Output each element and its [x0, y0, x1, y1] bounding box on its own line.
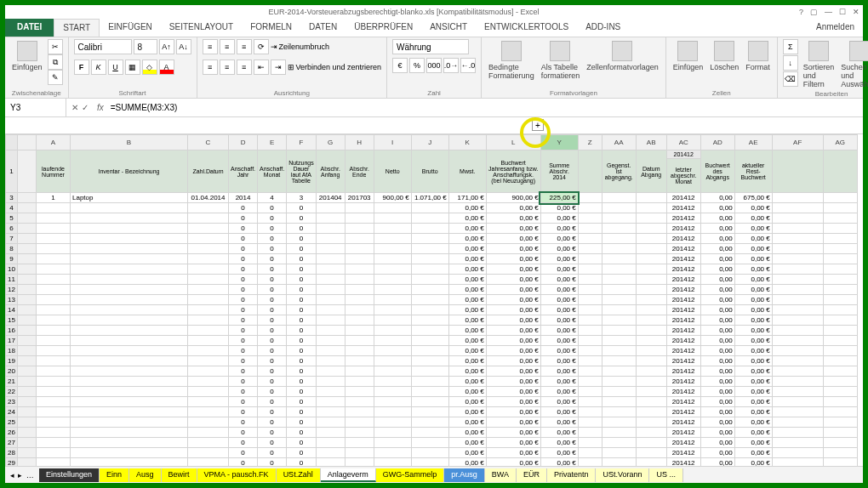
cell[interactable]: [823, 387, 857, 397]
cell[interactable]: 225,00 €: [540, 193, 578, 203]
cell[interactable]: 0: [229, 438, 258, 448]
cell[interactable]: 201412: [666, 397, 700, 407]
cell[interactable]: [345, 417, 374, 428]
cell[interactable]: [71, 448, 188, 458]
cell[interactable]: 201412: [666, 193, 700, 203]
cell[interactable]: 3: [287, 193, 317, 203]
cell[interactable]: [71, 244, 188, 254]
cell[interactable]: 0,00 €: [540, 448, 578, 458]
cell[interactable]: [374, 285, 411, 295]
row-header[interactable]: [18, 417, 37, 428]
cell[interactable]: [374, 234, 411, 244]
cell[interactable]: 0: [229, 254, 258, 264]
cell[interactable]: [636, 448, 666, 458]
cell[interactable]: [602, 295, 636, 305]
file-tab[interactable]: DATEI: [5, 19, 54, 37]
cell[interactable]: [636, 285, 666, 295]
conditional-formatting-button[interactable]: Bedingte Formatierung: [487, 39, 536, 82]
cell[interactable]: [71, 356, 188, 366]
cell[interactable]: 0,00 €: [448, 305, 486, 315]
cell[interactable]: [602, 397, 636, 407]
cell[interactable]: 0: [258, 305, 287, 315]
cell[interactable]: 0: [258, 244, 287, 254]
cell[interactable]: 0: [287, 285, 317, 295]
cell[interactable]: [316, 397, 345, 407]
row-header[interactable]: [18, 193, 37, 203]
cell[interactable]: 0: [258, 326, 287, 336]
cell[interactable]: 0,00 €: [540, 295, 578, 305]
cell[interactable]: [374, 264, 411, 275]
font-color-button[interactable]: A: [159, 60, 174, 75]
cell[interactable]: [578, 366, 602, 377]
cell[interactable]: [37, 397, 71, 407]
cell[interactable]: 0,00: [700, 234, 734, 244]
cell[interactable]: [316, 244, 345, 254]
cell[interactable]: 0,00: [700, 224, 734, 234]
cell[interactable]: 0: [287, 448, 317, 458]
cell[interactable]: [316, 326, 345, 336]
row-header[interactable]: [18, 387, 37, 397]
cell[interactable]: 0,00 €: [448, 244, 486, 254]
cell[interactable]: [578, 264, 602, 275]
cell[interactable]: 0,00 €: [486, 407, 540, 417]
cell[interactable]: [345, 264, 374, 275]
cell[interactable]: 0,00: [700, 356, 734, 366]
header-cell[interactable]: Brutto: [411, 150, 448, 193]
cell[interactable]: 0,00 €: [486, 417, 540, 428]
cell[interactable]: [602, 213, 636, 224]
cell[interactable]: 4: [258, 193, 287, 203]
cell[interactable]: 0,00 €: [540, 387, 578, 397]
cell[interactable]: [316, 213, 345, 224]
cell[interactable]: 0,00 €: [448, 224, 486, 234]
cell[interactable]: [188, 407, 229, 417]
format-as-table-button[interactable]: Als Tabelle formatieren: [540, 39, 582, 82]
row-header[interactable]: [18, 295, 37, 305]
cell[interactable]: 0,00 €: [734, 326, 772, 336]
maximize-icon[interactable]: ☐: [839, 8, 846, 16]
cell[interactable]: 0: [229, 224, 258, 234]
cell[interactable]: 0: [258, 458, 287, 467]
cell[interactable]: [345, 244, 374, 254]
cell[interactable]: [71, 366, 188, 377]
cell[interactable]: 201412: [666, 377, 700, 387]
row-header[interactable]: [18, 224, 37, 234]
cell[interactable]: [636, 244, 666, 254]
cell[interactable]: 0,00 €: [486, 356, 540, 366]
cell[interactable]: [37, 326, 71, 336]
cell[interactable]: [345, 356, 374, 366]
cell[interactable]: [345, 397, 374, 407]
cell[interactable]: 675,00 €: [734, 193, 772, 203]
cell[interactable]: [374, 326, 411, 336]
cell[interactable]: [374, 356, 411, 366]
cell[interactable]: [188, 224, 229, 234]
row-header[interactable]: [18, 254, 37, 264]
cell[interactable]: 0,00 €: [486, 275, 540, 285]
cell[interactable]: [636, 234, 666, 244]
cell[interactable]: 0: [229, 366, 258, 377]
cell[interactable]: [345, 458, 374, 467]
cell[interactable]: 201412: [666, 203, 700, 213]
cell[interactable]: [602, 417, 636, 428]
cell[interactable]: 0,00: [700, 254, 734, 264]
cell[interactable]: [411, 315, 448, 326]
cell[interactable]: 0,00 €: [448, 213, 486, 224]
cell[interactable]: [823, 336, 857, 346]
cell[interactable]: [772, 458, 823, 467]
cell[interactable]: 0,00 €: [540, 428, 578, 438]
cell[interactable]: [188, 295, 229, 305]
cell[interactable]: [71, 203, 188, 213]
cell[interactable]: [578, 387, 602, 397]
cell[interactable]: 0: [287, 326, 317, 336]
column-header-AE[interactable]: AE: [734, 135, 772, 150]
cell[interactable]: 0: [229, 387, 258, 397]
cell[interactable]: 0,00 €: [486, 448, 540, 458]
row-header[interactable]: [18, 428, 37, 438]
column-header-A[interactable]: A: [37, 135, 71, 150]
border-button[interactable]: ▦: [125, 60, 140, 75]
cell[interactable]: 0: [229, 417, 258, 428]
cell[interactable]: 201412: [666, 336, 700, 346]
format-painter-button[interactable]: ✎: [48, 70, 63, 85]
row-header[interactable]: [18, 397, 37, 407]
cell[interactable]: 201412: [666, 458, 700, 467]
font-size-select[interactable]: 8: [134, 39, 157, 54]
